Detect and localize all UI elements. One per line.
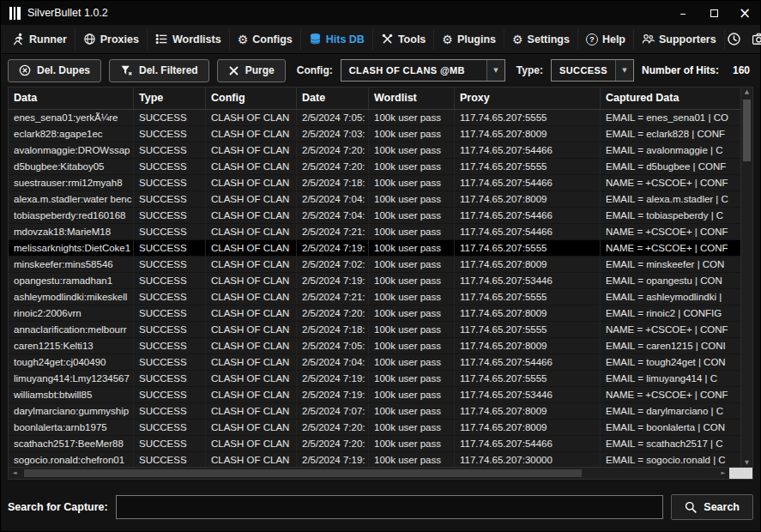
table-cell: 100k user pass	[369, 338, 455, 354]
table-row[interactable]: d5bugbee:Kitaboy05SUCCESSCLASH OF CLAN2/…	[9, 159, 740, 175]
table-row[interactable]: limuyang414:Lmy1234567SUCCESSCLASH OF CL…	[9, 371, 740, 387]
table-cell: SUCCESS	[134, 126, 206, 142]
table-row[interactable]: suestrauser:rmi12myah8SUCCESSCLASH OF CL…	[9, 175, 740, 191]
horizontal-scrollbar-track[interactable]	[21, 468, 717, 479]
history-button[interactable]	[725, 30, 744, 49]
table-row[interactable]: mdovzak18:MarieM18SUCCESSCLASH OF CLAN2/…	[9, 224, 740, 240]
table-row[interactable]: minskeefer:mins58546SUCCESSCLASH OF CLAN…	[9, 257, 740, 273]
minimize-button[interactable]: –	[667, 1, 698, 25]
scroll-up-icon[interactable]: ▲	[745, 89, 749, 95]
table-cell: CLASH OF CLAN	[206, 354, 297, 370]
app-window: SilverBullet 1.0.2 – × Runner Proxies Wo…	[0, 0, 761, 532]
capture-search-input[interactable]	[116, 495, 664, 519]
table-cell: 100k user pass	[369, 436, 455, 451]
table-cell: CLASH OF CLAN	[206, 420, 297, 435]
table-cell: 117.74.65.207:5555	[455, 110, 601, 125]
column-header-data[interactable]: Data	[9, 88, 134, 109]
hits-table-body: enes_sena01:yerkÃ¼reSUCCESSCLASH OF CLAN…	[9, 110, 740, 467]
column-header-type[interactable]: Type	[134, 88, 206, 109]
maximize-button[interactable]	[698, 1, 729, 25]
nav-tab-supporters[interactable]: Supporters	[634, 29, 725, 50]
table-row[interactable]: eclark828:agape1ecSUCCESSCLASH OF CLAN2/…	[9, 126, 740, 142]
table-row[interactable]: scathach2517:BeeMer88SUCCESSCLASH OF CLA…	[9, 436, 740, 452]
table-row[interactable]: tough24get:cj040490SUCCESSCLASH OF CLAN2…	[9, 354, 740, 371]
search-icon	[685, 501, 697, 513]
delete-duplicates-button[interactable]: Del. Dupes	[8, 59, 101, 82]
table-row[interactable]: rinoic2:2006vrnSUCCESSCLASH OF CLAN2/5/2…	[9, 305, 740, 322]
column-header-config[interactable]: Config	[206, 88, 297, 109]
table-cell: SUCCESS	[134, 175, 206, 190]
window-controls: – ×	[667, 1, 760, 25]
nav-tab-tools[interactable]: Tools	[373, 29, 434, 50]
search-button[interactable]: Search	[671, 494, 753, 520]
type-dropdown[interactable]: SUCCESS ▼	[551, 59, 634, 82]
table-cell: EMAIL = ashleymodlindki |	[601, 289, 740, 305]
history-clock-icon	[727, 32, 741, 46]
nav-tab-label: Settings	[528, 33, 570, 45]
table-row[interactable]: darylmarciano:gummyshipSUCCESSCLASH OF C…	[9, 403, 740, 420]
horizontal-scrollbar[interactable]: ◄ ►	[9, 468, 729, 479]
gear-icon: ⚙	[238, 33, 249, 45]
nav-tab-plugins[interactable]: ⚙ Plugins	[434, 29, 504, 50]
nav-tab-wordlists[interactable]: Wordlists	[148, 29, 230, 50]
purge-button[interactable]: Purge	[217, 59, 286, 82]
column-header-captured-data[interactable]: Captured Data	[601, 88, 740, 109]
scroll-right-icon[interactable]: ►	[717, 470, 729, 476]
hits-counter: Number of Hits: 160	[642, 64, 753, 76]
minimize-icon: –	[680, 7, 686, 19]
table-cell: 2/5/2024 7:19:	[297, 371, 369, 386]
table-row[interactable]: avalonmaggie:DROWssapSUCCESSCLASH OF CLA…	[9, 142, 740, 159]
table-row[interactable]: ashleymodlindki:mikeskellSUCCESSCLASH OF…	[9, 289, 740, 305]
table-cell: darylmarciano:gummyship	[9, 403, 134, 419]
table-cell: 100k user pass	[369, 273, 455, 288]
screenshot-button[interactable]	[750, 30, 761, 49]
table-cell: 100k user pass	[369, 387, 455, 402]
table-cell: CLASH OF CLAN	[206, 436, 297, 451]
column-header-wordlist[interactable]: Wordlist	[369, 88, 455, 109]
nav-tab-hits-db[interactable]: Hits DB	[301, 29, 373, 50]
table-row[interactable]: tobiaspeberdy:red160168SUCCESSCLASH OF C…	[9, 208, 740, 224]
vertical-scrollbar[interactable]: ▲ ▼	[740, 88, 752, 467]
table-row[interactable]: sogocio.ronald:chefron01SUCCESSCLASH OF …	[9, 452, 740, 467]
table-cell: 2/5/2024 7:19:	[297, 240, 369, 256]
table-cell: NAME = +CSCOE+ | CONF	[601, 224, 740, 239]
table-cell: 117.74.65.207:8009	[455, 403, 601, 419]
table-row[interactable]: williamsbt:btwill85SUCCESSCLASH OF CLAN2…	[9, 387, 740, 403]
table-cell: 117.74.65.207:54466	[455, 224, 601, 239]
nav-tab-help[interactable]: ? Help	[578, 29, 634, 50]
nav-tab-proxies[interactable]: Proxies	[75, 29, 148, 50]
table-cell: 100k user pass	[369, 371, 455, 386]
config-dropdown[interactable]: CLASH OF CLANS @MB ▼	[341, 59, 505, 82]
delete-filtered-button[interactable]: Del. Filtered	[109, 59, 209, 82]
table-row[interactable]: enes_sena01:yerkÃ¼reSUCCESSCLASH OF CLAN…	[9, 110, 740, 126]
table-cell: SUCCESS	[134, 208, 206, 223]
table-cell: 117.74.65.207:5555	[455, 322, 601, 337]
nav-tab-label: Wordlists	[172, 33, 221, 45]
close-button[interactable]: ×	[729, 1, 760, 25]
table-cell: 100k user pass	[369, 175, 455, 190]
table-cell: 2/5/2024 7:19:	[297, 273, 369, 288]
table-cell: SUCCESS	[134, 387, 206, 402]
help-icon: ?	[586, 33, 598, 45]
nav-tab-configs[interactable]: ⚙ Configs	[230, 29, 301, 50]
table-row[interactable]: caren1215:Kelti13SUCCESSCLASH OF CLAN2/5…	[9, 338, 740, 354]
table-row[interactable]: annaclarification:melbourrSUCCESSCLASH O…	[9, 322, 740, 338]
scroll-down-icon[interactable]: ▼	[745, 460, 749, 466]
window-title: SilverBullet 1.0.2	[27, 7, 108, 19]
table-cell: CLASH OF CLAN	[206, 338, 297, 354]
table-cell: SUCCESS	[134, 273, 206, 288]
horizontal-scrollbar-thumb[interactable]	[24, 469, 582, 477]
column-header-proxy[interactable]: Proxy	[455, 88, 601, 109]
vertical-scrollbar-thumb[interactable]	[743, 100, 751, 161]
table-row[interactable]: alexa.m.stadler:water bencSUCCESSCLASH O…	[9, 191, 740, 208]
column-header-date[interactable]: Date	[297, 88, 369, 109]
nav-tab-runner[interactable]: Runner	[4, 29, 75, 50]
nav-tab-settings[interactable]: ⚙ Settings	[504, 29, 578, 50]
table-cell: CLASH OF CLAN	[206, 224, 297, 239]
table-cell: SUCCESS	[134, 452, 206, 467]
table-cell: CLASH OF CLAN	[206, 322, 297, 337]
scroll-left-icon[interactable]: ◄	[9, 470, 21, 476]
table-row[interactable]: melissarknights:DietCoke1SUCCESSCLASH OF…	[9, 240, 740, 257]
table-row[interactable]: opangestu:ramadhan1SUCCESSCLASH OF CLAN2…	[9, 273, 740, 289]
table-row[interactable]: boonlalerta:arnb1975SUCCESSCLASH OF CLAN…	[9, 420, 740, 436]
